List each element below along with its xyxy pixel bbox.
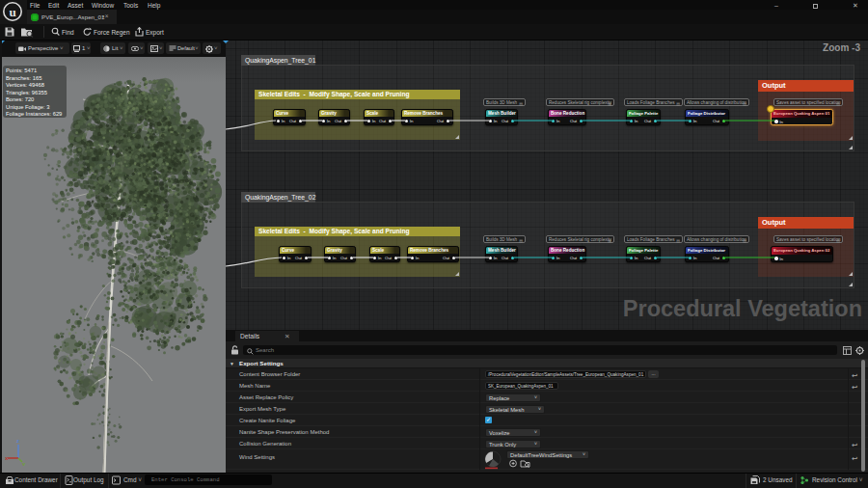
svg-text:y: y: [22, 461, 26, 466]
svg-text:z: z: [16, 438, 19, 444]
svg-text:u: u: [9, 5, 15, 19]
